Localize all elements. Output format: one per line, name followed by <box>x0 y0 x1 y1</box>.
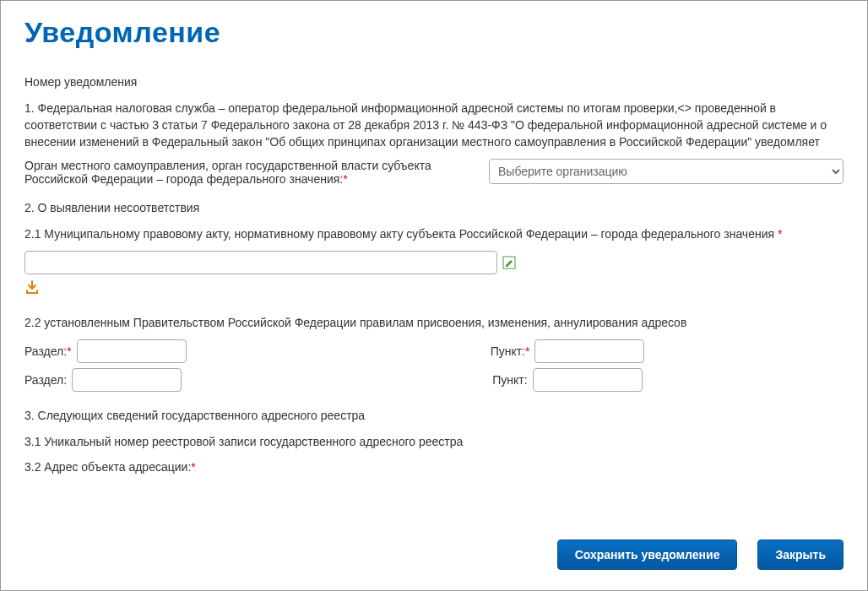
paragraph-2-1-text: 2.1 Муниципальному правовому акту, норма… <box>24 227 778 241</box>
required-mark: * <box>525 344 529 358</box>
paragraph-3: 3. Следующих сведений государственного а… <box>24 407 844 424</box>
paragraph-2: 2. О выявлении несоответствия <box>24 199 844 216</box>
close-button[interactable]: Закрыть <box>757 539 844 570</box>
save-button[interactable]: Сохранить уведомление <box>557 539 738 570</box>
razdel-label-1: Раздел:* <box>24 344 72 358</box>
notification-modal: Уведомление Номер уведомления 1. Федерал… <box>0 0 868 591</box>
edit-icon[interactable] <box>502 256 516 269</box>
act-input-row <box>24 251 844 274</box>
modal-header: Уведомление <box>1 1 867 56</box>
paragraph-3-1: 3.1 Уникальный номер реестровой записи г… <box>24 433 844 450</box>
required-mark: * <box>343 172 347 186</box>
paragraph-3-2: 3.2 Адрес объекта адресации:* <box>24 458 844 475</box>
organization-row: Орган местного самоуправления, орган гос… <box>24 159 844 186</box>
required-mark: * <box>191 460 195 474</box>
legal-act-input[interactable] <box>24 251 497 274</box>
punkt-input-1[interactable] <box>534 339 644 363</box>
organization-select[interactable]: Выберите организацию <box>489 159 844 184</box>
razdel-input-2[interactable] <box>72 368 182 392</box>
download-icon[interactable] <box>24 279 40 297</box>
paragraph-1: 1. Федеральная налоговая служба – операт… <box>24 100 844 151</box>
modal-title: Уведомление <box>24 16 844 49</box>
punkt-input-2[interactable] <box>533 368 643 392</box>
punkt-label-1: Пункт:* <box>491 344 530 358</box>
paragraph-3-2-text: 3.2 Адрес объекта адресации: <box>24 460 191 474</box>
punkt-label-2: Пункт: <box>492 373 527 387</box>
razdel-label-2: Раздел: <box>24 373 67 387</box>
section-punkt-row-1: Раздел:* Пункт:* <box>24 339 844 363</box>
paragraph-2-1: 2.1 Муниципальному правовому акту, норма… <box>24 225 844 242</box>
required-mark: * <box>778 227 782 241</box>
paragraph-2-2: 2.2 установленным Правительством Российс… <box>24 314 844 331</box>
modal-footer: Сохранить уведомление Закрыть <box>1 520 867 590</box>
modal-body[interactable]: Номер уведомления 1. Федеральная налогов… <box>1 56 867 520</box>
section-punkt-row-2: Раздел: Пункт: <box>24 368 844 392</box>
required-mark: * <box>67 344 71 358</box>
notification-number-label: Номер уведомления <box>24 74 844 91</box>
organization-label: Орган местного самоуправления, орган гос… <box>24 159 431 186</box>
razdel-input-1[interactable] <box>77 339 187 363</box>
